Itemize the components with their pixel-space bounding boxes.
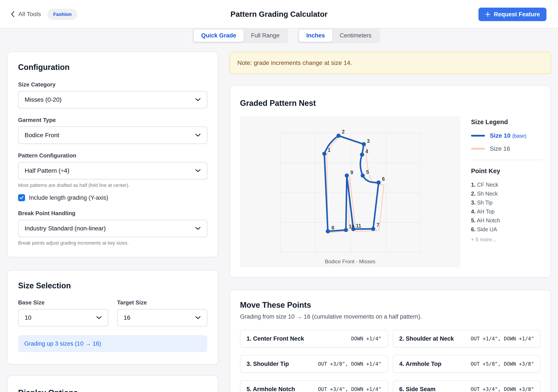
garment-type-field: Garment Type Bodice Front — [18, 117, 207, 144]
point-key-name: AH Top — [477, 208, 495, 214]
pattern-point-labels: 1 2 3 4 5 6 7 8 9 10 11 — [328, 129, 385, 231]
movement-value: DOWN +1/4" — [351, 336, 381, 341]
break-point-select[interactable]: Industry Standard (non-linear) — [18, 220, 207, 237]
movement-value: OUT +3/4", DOWN +3/8" — [471, 386, 534, 392]
grading-summary-text: Grading up 3 sizes (10 → 16) — [24, 340, 101, 347]
size-category-select[interactable]: Misses (0-20) — [18, 91, 207, 109]
chevron-down-icon — [195, 98, 201, 102]
point-key-name: Sh Neck — [477, 191, 498, 197]
graded-pattern-nest-panel: Graded Pattern Nest — [229, 85, 551, 277]
point-label-7: 7 — [377, 222, 379, 228]
pattern-grading-calculator-page: All Tools Fashion Pattern Grading Calcul… — [0, 0, 558, 392]
pattern-point-dot-3 — [362, 142, 366, 146]
chevron-left-icon — [10, 10, 15, 18]
tab-full-range[interactable]: Full Range — [244, 29, 287, 42]
header: All Tools Fashion Pattern Grading Calcul… — [0, 0, 558, 28]
movement-value: OUT +1/4", DOWN +1/4" — [471, 336, 534, 341]
target-size-field: Target Size 16 — [117, 299, 207, 326]
movement-name: Shoulder Tip — [253, 361, 289, 367]
point-label-2: 2 — [342, 129, 345, 135]
point-key-num: 3. — [471, 199, 476, 205]
size-category-label: Size Category — [18, 81, 207, 88]
point-key-name: CF Neck — [477, 182, 498, 188]
movement-value: OUT +5/8", DOWN +3/8" — [471, 361, 534, 367]
pattern-point-dot-1 — [322, 152, 327, 156]
length-grading-checkbox-row[interactable]: Include length grading (Y-axis) — [18, 194, 207, 201]
plus-icon — [485, 12, 491, 17]
point-label-9: 9 — [350, 170, 353, 175]
movement-num: 1. — [246, 335, 252, 342]
point-key-num: 5. — [471, 217, 476, 223]
size-10-label: Size 10 — [490, 132, 510, 139]
pattern-configuration-value: Half Pattern (÷4) — [25, 167, 69, 174]
movement-name: Shoulder at Neck — [406, 335, 454, 342]
point-key-name: Sh Tip — [477, 199, 493, 205]
chevron-down-icon — [195, 134, 201, 137]
point-key-num: 2. — [471, 191, 476, 197]
grade-mode-tabs: Quick Grade Full Range — [192, 28, 288, 43]
point-key-item-2: 2. Sh Neck — [471, 189, 543, 198]
grading-summary-banner: Grading up 3 sizes (10 → 16) — [18, 335, 207, 352]
point-key-title: Point Key — [471, 168, 543, 175]
size-10-line-swatch — [471, 135, 485, 136]
all-tools-back-link[interactable]: All Tools — [10, 0, 41, 28]
target-size-label: Target Size — [117, 299, 207, 306]
checkbox-checked-icon[interactable] — [18, 194, 25, 201]
break-point-value: Industry Standard (non-linear) — [25, 225, 106, 232]
category-badge[interactable]: Fashion — [47, 9, 77, 20]
point-key-name: AH Notch — [477, 217, 500, 223]
size-category-value: Misses (0-20) — [25, 96, 62, 103]
tab-quick-grade[interactable]: Quick Grade — [194, 29, 244, 42]
size-16-label: Size 16 — [490, 145, 510, 152]
break-point-field: Break Point Handling Industry Standard (… — [18, 210, 207, 246]
base-size-field: Base Size 10 — [18, 299, 108, 326]
pattern-configuration-label: Pattern Configuration — [18, 152, 207, 159]
size-selection-title: Size Selection — [18, 281, 207, 290]
target-size-value: 16 — [124, 314, 130, 321]
chart-grid — [280, 133, 420, 252]
point-label-4: 4 — [366, 149, 368, 154]
point-label-11: 11 — [356, 223, 361, 229]
display-options-panel: Display Options — [7, 375, 218, 392]
move-these-points-panel: Move These Points Grading from size 10 →… — [229, 290, 551, 392]
movement-value: OUT +3/4", DOWN +1/4" — [318, 386, 382, 392]
size-16-outline — [327, 137, 384, 233]
size-16-line-swatch — [471, 148, 485, 150]
movement-num: 3. — [246, 361, 252, 367]
point-key-num: 6. — [471, 226, 476, 232]
tab-inches[interactable]: Inches — [299, 29, 332, 42]
request-feature-button[interactable]: Request Feature — [479, 8, 546, 21]
pattern-configuration-help: Most patterns are drafted as half (fold … — [18, 182, 207, 188]
chevron-down-icon — [195, 169, 201, 172]
tab-centimeters[interactable]: Centimeters — [332, 29, 379, 42]
movement-card-5: 5. Armhole Notch OUT +3/4", DOWN +1/4" — [240, 380, 388, 392]
point-label-1: 1 — [328, 147, 331, 153]
movement-num: 4. — [399, 361, 404, 367]
target-size-select[interactable]: 16 — [117, 309, 207, 326]
movement-card-6: 6. Side Seam OUT +3/4", DOWN +3/8" — [393, 380, 541, 392]
movement-num: 5. — [246, 386, 252, 392]
pattern-configuration-select[interactable]: Half Pattern (÷4) — [18, 162, 207, 179]
page-title: Pattern Grading Calculator — [230, 0, 327, 28]
movement-name: Side Seam — [406, 386, 436, 392]
point-label-10: 10 — [349, 224, 354, 229]
length-grading-label: Include length grading (Y-axis) — [29, 195, 108, 201]
point-key-more[interactable]: + 5 more... — [471, 237, 543, 243]
back-link-label: All Tools — [18, 11, 41, 18]
movement-name: Center Front Neck — [253, 335, 304, 342]
size-selection-panel: Size Selection Base Size 10 Target Size … — [7, 270, 218, 365]
movement-card-2: 2. Shoulder at Neck OUT +1/4", DOWN +1/4… — [393, 330, 541, 348]
size-selects-row: Base Size 10 Target Size 16 — [18, 299, 207, 326]
movement-card-1: 1. Center Front Neck DOWN +1/4" — [240, 330, 388, 348]
size-legend-panel: Size Legend Size 10(base) Size 16 Point … — [471, 119, 543, 243]
request-feature-label: Request Feature — [494, 11, 540, 18]
pattern-point-dot-7 — [371, 227, 375, 231]
base-size-select[interactable]: 10 — [18, 309, 108, 326]
movement-name: Armhole Top — [406, 361, 442, 367]
pattern-point-dot-9 — [345, 174, 349, 178]
chevron-down-icon — [195, 227, 201, 230]
point-label-5: 5 — [366, 169, 369, 175]
break-point-help: Break points adjust grading increments a… — [18, 240, 207, 246]
garment-type-select[interactable]: Bodice Front — [18, 127, 207, 144]
point-key-num: 4. — [471, 208, 476, 214]
